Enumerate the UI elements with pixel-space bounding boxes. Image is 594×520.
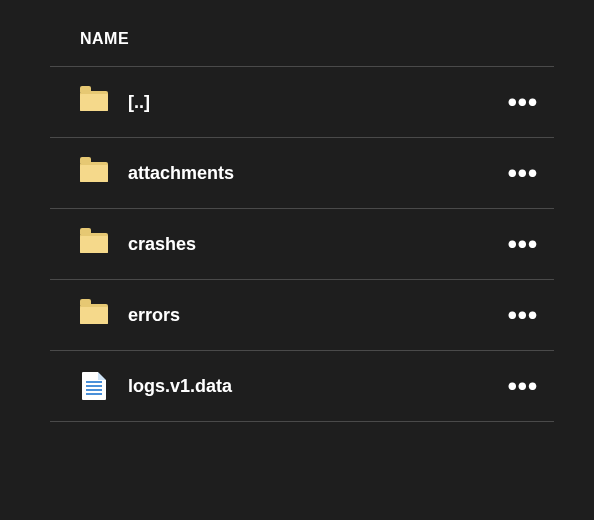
more-button[interactable]: ••• — [500, 92, 546, 113]
list-item[interactable]: [..] ••• — [50, 67, 554, 137]
item-name: [..] — [128, 92, 500, 113]
folder-icon — [80, 162, 114, 184]
folder-icon — [80, 91, 114, 113]
more-button[interactable]: ••• — [500, 305, 546, 326]
item-name: errors — [128, 305, 500, 326]
item-name: crashes — [128, 234, 500, 255]
list-item[interactable]: crashes ••• — [50, 209, 554, 279]
file-list: NAME [..] ••• attachments ••• — [0, 0, 594, 422]
more-button[interactable]: ••• — [500, 163, 546, 184]
list-item[interactable]: attachments ••• — [50, 138, 554, 208]
more-button[interactable]: ••• — [500, 376, 546, 397]
list-item[interactable]: logs.v1.data ••• — [50, 351, 554, 421]
folder-icon — [80, 233, 114, 255]
list-item[interactable]: errors ••• — [50, 280, 554, 350]
file-icon — [80, 372, 114, 400]
header-row: NAME — [50, 30, 554, 66]
divider — [50, 421, 554, 422]
item-name: logs.v1.data — [128, 376, 500, 397]
item-name: attachments — [128, 163, 500, 184]
column-header-name: NAME — [80, 30, 129, 47]
more-button[interactable]: ••• — [500, 234, 546, 255]
folder-icon — [80, 304, 114, 326]
